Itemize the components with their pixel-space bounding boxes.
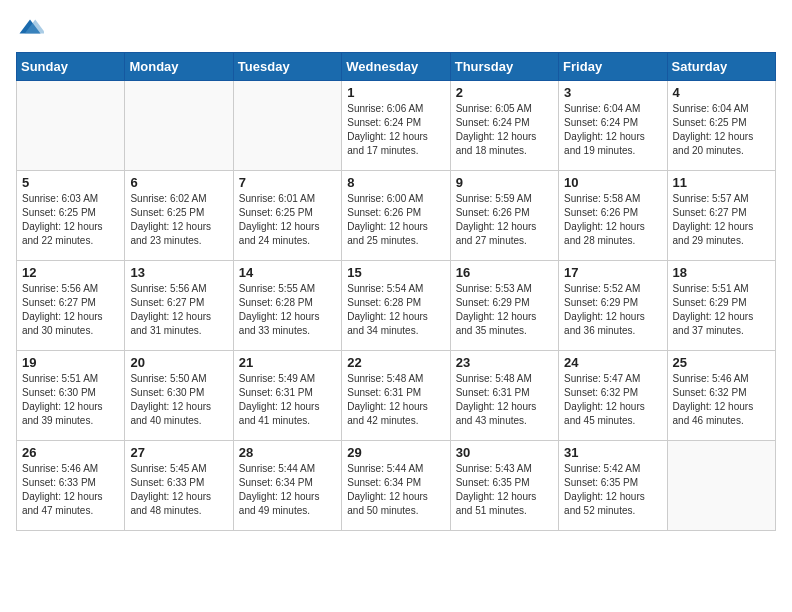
calendar-cell: 13Sunrise: 5:56 AM Sunset: 6:27 PM Dayli… — [125, 261, 233, 351]
weekday-header: Thursday — [450, 53, 558, 81]
day-info: Sunrise: 5:58 AM Sunset: 6:26 PM Dayligh… — [564, 192, 661, 248]
day-number: 4 — [673, 85, 770, 100]
calendar-cell: 19Sunrise: 5:51 AM Sunset: 6:30 PM Dayli… — [17, 351, 125, 441]
day-number: 27 — [130, 445, 227, 460]
day-number: 10 — [564, 175, 661, 190]
calendar-week-row: 19Sunrise: 5:51 AM Sunset: 6:30 PM Dayli… — [17, 351, 776, 441]
day-info: Sunrise: 5:45 AM Sunset: 6:33 PM Dayligh… — [130, 462, 227, 518]
day-info: Sunrise: 6:01 AM Sunset: 6:25 PM Dayligh… — [239, 192, 336, 248]
calendar-cell: 15Sunrise: 5:54 AM Sunset: 6:28 PM Dayli… — [342, 261, 450, 351]
day-info: Sunrise: 6:05 AM Sunset: 6:24 PM Dayligh… — [456, 102, 553, 158]
calendar-week-row: 26Sunrise: 5:46 AM Sunset: 6:33 PM Dayli… — [17, 441, 776, 531]
calendar-cell: 4Sunrise: 6:04 AM Sunset: 6:25 PM Daylig… — [667, 81, 775, 171]
day-info: Sunrise: 6:03 AM Sunset: 6:25 PM Dayligh… — [22, 192, 119, 248]
day-info: Sunrise: 5:54 AM Sunset: 6:28 PM Dayligh… — [347, 282, 444, 338]
day-number: 28 — [239, 445, 336, 460]
calendar-cell: 20Sunrise: 5:50 AM Sunset: 6:30 PM Dayli… — [125, 351, 233, 441]
day-number: 22 — [347, 355, 444, 370]
calendar-cell: 14Sunrise: 5:55 AM Sunset: 6:28 PM Dayli… — [233, 261, 341, 351]
day-number: 2 — [456, 85, 553, 100]
calendar-cell: 18Sunrise: 5:51 AM Sunset: 6:29 PM Dayli… — [667, 261, 775, 351]
calendar-cell: 17Sunrise: 5:52 AM Sunset: 6:29 PM Dayli… — [559, 261, 667, 351]
calendar-cell — [233, 81, 341, 171]
logo-icon — [16, 16, 44, 44]
weekday-header: Monday — [125, 53, 233, 81]
day-info: Sunrise: 5:48 AM Sunset: 6:31 PM Dayligh… — [347, 372, 444, 428]
weekday-header-row: SundayMondayTuesdayWednesdayThursdayFrid… — [17, 53, 776, 81]
day-number: 5 — [22, 175, 119, 190]
day-info: Sunrise: 5:53 AM Sunset: 6:29 PM Dayligh… — [456, 282, 553, 338]
day-info: Sunrise: 6:04 AM Sunset: 6:24 PM Dayligh… — [564, 102, 661, 158]
day-info: Sunrise: 5:51 AM Sunset: 6:29 PM Dayligh… — [673, 282, 770, 338]
day-info: Sunrise: 5:44 AM Sunset: 6:34 PM Dayligh… — [239, 462, 336, 518]
day-number: 8 — [347, 175, 444, 190]
day-info: Sunrise: 6:06 AM Sunset: 6:24 PM Dayligh… — [347, 102, 444, 158]
calendar-cell: 31Sunrise: 5:42 AM Sunset: 6:35 PM Dayli… — [559, 441, 667, 531]
weekday-header: Saturday — [667, 53, 775, 81]
day-number: 12 — [22, 265, 119, 280]
day-number: 23 — [456, 355, 553, 370]
day-info: Sunrise: 5:46 AM Sunset: 6:32 PM Dayligh… — [673, 372, 770, 428]
day-number: 24 — [564, 355, 661, 370]
day-info: Sunrise: 5:43 AM Sunset: 6:35 PM Dayligh… — [456, 462, 553, 518]
day-info: Sunrise: 5:59 AM Sunset: 6:26 PM Dayligh… — [456, 192, 553, 248]
weekday-header: Friday — [559, 53, 667, 81]
day-number: 18 — [673, 265, 770, 280]
day-number: 20 — [130, 355, 227, 370]
day-number: 15 — [347, 265, 444, 280]
day-number: 30 — [456, 445, 553, 460]
calendar-cell: 30Sunrise: 5:43 AM Sunset: 6:35 PM Dayli… — [450, 441, 558, 531]
calendar-cell: 3Sunrise: 6:04 AM Sunset: 6:24 PM Daylig… — [559, 81, 667, 171]
day-number: 14 — [239, 265, 336, 280]
calendar-cell: 11Sunrise: 5:57 AM Sunset: 6:27 PM Dayli… — [667, 171, 775, 261]
day-info: Sunrise: 6:00 AM Sunset: 6:26 PM Dayligh… — [347, 192, 444, 248]
day-info: Sunrise: 6:02 AM Sunset: 6:25 PM Dayligh… — [130, 192, 227, 248]
weekday-header: Tuesday — [233, 53, 341, 81]
day-info: Sunrise: 5:44 AM Sunset: 6:34 PM Dayligh… — [347, 462, 444, 518]
calendar-cell: 6Sunrise: 6:02 AM Sunset: 6:25 PM Daylig… — [125, 171, 233, 261]
day-number: 21 — [239, 355, 336, 370]
calendar-cell: 27Sunrise: 5:45 AM Sunset: 6:33 PM Dayli… — [125, 441, 233, 531]
day-number: 31 — [564, 445, 661, 460]
day-info: Sunrise: 5:52 AM Sunset: 6:29 PM Dayligh… — [564, 282, 661, 338]
calendar: SundayMondayTuesdayWednesdayThursdayFrid… — [16, 52, 776, 531]
calendar-cell: 1Sunrise: 6:06 AM Sunset: 6:24 PM Daylig… — [342, 81, 450, 171]
calendar-cell: 25Sunrise: 5:46 AM Sunset: 6:32 PM Dayli… — [667, 351, 775, 441]
day-number: 6 — [130, 175, 227, 190]
calendar-cell: 10Sunrise: 5:58 AM Sunset: 6:26 PM Dayli… — [559, 171, 667, 261]
calendar-cell: 26Sunrise: 5:46 AM Sunset: 6:33 PM Dayli… — [17, 441, 125, 531]
day-info: Sunrise: 5:56 AM Sunset: 6:27 PM Dayligh… — [22, 282, 119, 338]
calendar-cell: 23Sunrise: 5:48 AM Sunset: 6:31 PM Dayli… — [450, 351, 558, 441]
day-number: 13 — [130, 265, 227, 280]
day-info: Sunrise: 5:56 AM Sunset: 6:27 PM Dayligh… — [130, 282, 227, 338]
day-info: Sunrise: 5:42 AM Sunset: 6:35 PM Dayligh… — [564, 462, 661, 518]
day-number: 25 — [673, 355, 770, 370]
day-info: Sunrise: 5:49 AM Sunset: 6:31 PM Dayligh… — [239, 372, 336, 428]
day-info: Sunrise: 5:46 AM Sunset: 6:33 PM Dayligh… — [22, 462, 119, 518]
calendar-cell — [17, 81, 125, 171]
day-number: 29 — [347, 445, 444, 460]
day-info: Sunrise: 5:47 AM Sunset: 6:32 PM Dayligh… — [564, 372, 661, 428]
calendar-cell — [125, 81, 233, 171]
calendar-cell: 22Sunrise: 5:48 AM Sunset: 6:31 PM Dayli… — [342, 351, 450, 441]
calendar-cell: 28Sunrise: 5:44 AM Sunset: 6:34 PM Dayli… — [233, 441, 341, 531]
calendar-cell: 21Sunrise: 5:49 AM Sunset: 6:31 PM Dayli… — [233, 351, 341, 441]
calendar-cell: 12Sunrise: 5:56 AM Sunset: 6:27 PM Dayli… — [17, 261, 125, 351]
day-number: 17 — [564, 265, 661, 280]
calendar-week-row: 5Sunrise: 6:03 AM Sunset: 6:25 PM Daylig… — [17, 171, 776, 261]
day-info: Sunrise: 5:51 AM Sunset: 6:30 PM Dayligh… — [22, 372, 119, 428]
day-number: 7 — [239, 175, 336, 190]
day-number: 19 — [22, 355, 119, 370]
day-info: Sunrise: 6:04 AM Sunset: 6:25 PM Dayligh… — [673, 102, 770, 158]
calendar-cell: 24Sunrise: 5:47 AM Sunset: 6:32 PM Dayli… — [559, 351, 667, 441]
day-number: 9 — [456, 175, 553, 190]
calendar-cell: 2Sunrise: 6:05 AM Sunset: 6:24 PM Daylig… — [450, 81, 558, 171]
calendar-cell: 5Sunrise: 6:03 AM Sunset: 6:25 PM Daylig… — [17, 171, 125, 261]
day-info: Sunrise: 5:57 AM Sunset: 6:27 PM Dayligh… — [673, 192, 770, 248]
weekday-header: Sunday — [17, 53, 125, 81]
weekday-header: Wednesday — [342, 53, 450, 81]
calendar-week-row: 12Sunrise: 5:56 AM Sunset: 6:27 PM Dayli… — [17, 261, 776, 351]
page-header — [16, 16, 776, 44]
day-info: Sunrise: 5:55 AM Sunset: 6:28 PM Dayligh… — [239, 282, 336, 338]
day-info: Sunrise: 5:50 AM Sunset: 6:30 PM Dayligh… — [130, 372, 227, 428]
